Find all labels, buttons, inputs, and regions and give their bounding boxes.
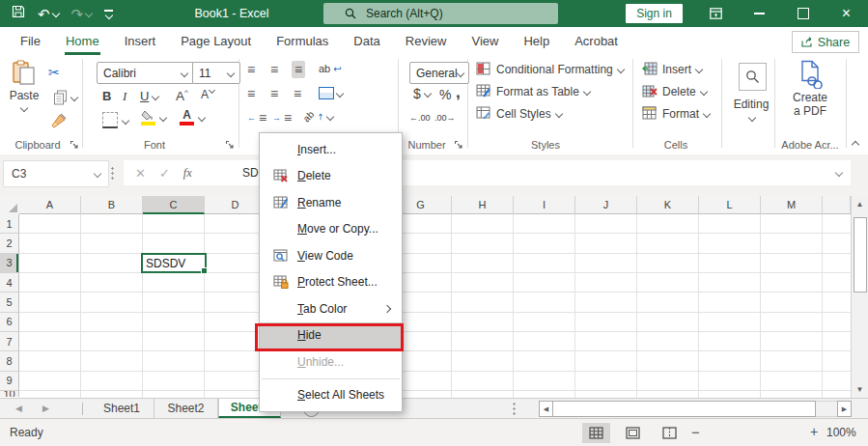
row-header-2[interactable]: 2 [0, 234, 19, 253]
scroll-right-icon[interactable]: ▶ [837, 401, 852, 417]
tab-data[interactable]: Data [341, 27, 392, 55]
copy-dropdown-icon[interactable] [70, 94, 78, 101]
row-header-4[interactable]: 4 [0, 273, 19, 293]
next-sheet-icon[interactable]: ▶ [42, 399, 49, 418]
format-as-table-button[interactable]: Format as Table [476, 84, 590, 98]
select-all-button[interactable] [0, 196, 20, 215]
sheet-tab-sheet2[interactable]: Sheet2 [154, 399, 218, 418]
fill-handle[interactable] [201, 267, 208, 274]
customize-quick-access-icon[interactable] [104, 10, 113, 18]
editing-dropdown-icon[interactable] [748, 114, 756, 122]
orientation-button[interactable]: ab ↗ [303, 111, 333, 122]
insert-cells-button[interactable]: Insert [642, 62, 702, 76]
bottom-align-icon[interactable]: ≡ [292, 61, 305, 78]
collapse-ribbon-icon[interactable] [852, 141, 859, 149]
column-header-j[interactable]: J [575, 196, 637, 214]
sheet-tab-sheet1[interactable]: Sheet1 [90, 399, 154, 418]
font-family-select[interactable]: Calibri [97, 62, 194, 84]
close-button[interactable]: × [825, 0, 868, 27]
tab-insert[interactable]: Insert [112, 27, 169, 55]
column-header-l[interactable]: L [699, 196, 761, 214]
name-box-dropdown-icon[interactable] [94, 170, 101, 178]
menu-item-rename[interactable]: Rename [260, 189, 402, 216]
column-header-a[interactable]: A [19, 196, 81, 214]
tab-home[interactable]: Home [53, 27, 112, 55]
paste-button[interactable]: Paste [5, 60, 43, 111]
increase-indent-icon[interactable]: →≡ [272, 111, 292, 125]
column-header-h[interactable]: H [452, 196, 514, 214]
tab-acrobat[interactable]: Acrobat [562, 27, 630, 55]
column-header-c[interactable]: C [143, 196, 205, 214]
delete-cells-button[interactable]: Delete [642, 84, 707, 98]
cells-area[interactable]: SDSDV [19, 214, 851, 398]
middle-align-icon[interactable]: ≡ [270, 63, 278, 76]
decrease-decimal-icon[interactable]: .00→ [434, 113, 456, 123]
horizontal-scrollbar[interactable]: ◀ ▶ [539, 401, 851, 416]
decrease-indent-icon[interactable]: ←≡ [247, 111, 266, 125]
tab-review[interactable]: Review [393, 27, 460, 55]
menu-item-select-all-sheets[interactable]: Select All Sheets [260, 382, 402, 409]
comma-style-button[interactable]: , [456, 83, 461, 102]
tab-view[interactable]: View [459, 27, 511, 55]
maximize-button[interactable] [781, 0, 825, 27]
column-header-k[interactable]: K [637, 196, 699, 214]
page-layout-view-button[interactable] [619, 423, 647, 443]
tab-help[interactable]: Help [511, 27, 562, 55]
row-header-10[interactable]: 10 [0, 391, 19, 397]
row-header-9[interactable]: 9 [0, 372, 19, 391]
row-header-5[interactable]: 5 [0, 293, 19, 312]
merge-dropdown-icon[interactable] [336, 89, 344, 97]
horizontal-scroll-thumb[interactable] [552, 401, 816, 417]
copy-button[interactable] [53, 90, 77, 105]
align-left-icon[interactable]: ≡ [247, 87, 255, 100]
row-header-1[interactable]: 1 [0, 214, 19, 234]
row-header-3[interactable]: 3 [0, 254, 19, 273]
undo-button[interactable]: ↶ [38, 7, 59, 21]
menu-item-view-code[interactable]: View Code [260, 242, 402, 269]
increase-decimal-icon[interactable]: ←.00 [409, 113, 431, 123]
create-pdf-button[interactable]: Create a PDF [787, 60, 833, 118]
zoom-in-icon[interactable]: + [810, 424, 818, 439]
previous-sheet-icon[interactable]: ◀ [15, 399, 22, 418]
number-format-select[interactable]: General [409, 62, 469, 84]
row-header-6[interactable]: 6 [0, 313, 19, 332]
share-button[interactable]: Share [792, 31, 859, 53]
column-header-b[interactable]: B [81, 196, 143, 214]
menu-item-protect-sheet[interactable]: Protect Sheet... [260, 269, 402, 296]
column-header-partial[interactable] [823, 196, 851, 214]
scroll-up-icon[interactable]: ▲ [852, 197, 868, 211]
zoom-level[interactable]: 100% [826, 419, 856, 446]
conditional-formatting-button[interactable]: Conditional Formatting [476, 62, 624, 76]
editing-group-button[interactable] [739, 63, 767, 91]
insert-function-button[interactable]: fx [183, 166, 192, 181]
column-header-m[interactable]: M [761, 196, 823, 214]
shrink-font-button[interactable]: A [201, 88, 214, 101]
sign-in-button[interactable]: Sign in [626, 4, 683, 23]
cell-styles-button[interactable]: Cell Styles [476, 106, 562, 121]
menu-item-move-or-copy[interactable]: Move or Copy... [260, 216, 402, 243]
search-input[interactable]: Search (Alt+Q) [323, 3, 558, 24]
bold-button[interactable]: B [102, 89, 111, 103]
font-dialog-launcher-icon[interactable] [225, 139, 236, 150]
tab-file[interactable]: File [8, 27, 53, 55]
accounting-format-button[interactable]: $ [413, 86, 431, 101]
clipboard-dialog-launcher-icon[interactable] [70, 139, 80, 150]
normal-view-button[interactable] [582, 423, 610, 443]
menu-item-insert[interactable]: Insert... [260, 136, 402, 163]
underline-button[interactable]: U [140, 89, 149, 103]
format-painter-icon[interactable] [50, 113, 67, 132]
page-break-preview-button[interactable] [656, 423, 684, 443]
zoom-out-icon[interactable]: − [691, 424, 700, 440]
save-icon[interactable] [12, 5, 25, 22]
selected-cell-c3[interactable]: SDSDV [141, 253, 207, 273]
paste-dropdown-icon[interactable] [20, 104, 28, 112]
font-color-dropdown-icon[interactable] [198, 113, 206, 121]
menu-item-hide[interactable]: Hide [260, 322, 402, 349]
fill-color-button[interactable] [141, 110, 166, 125]
fill-color-dropdown-icon[interactable] [159, 114, 167, 122]
underline-dropdown-icon[interactable] [152, 92, 159, 99]
center-icon[interactable]: ≡ [270, 87, 278, 100]
scroll-down-icon[interactable]: ▼ [852, 382, 868, 397]
vertical-scrollbar[interactable]: ▲ ▼ [851, 196, 868, 398]
accounting-dropdown-icon[interactable] [424, 90, 432, 98]
